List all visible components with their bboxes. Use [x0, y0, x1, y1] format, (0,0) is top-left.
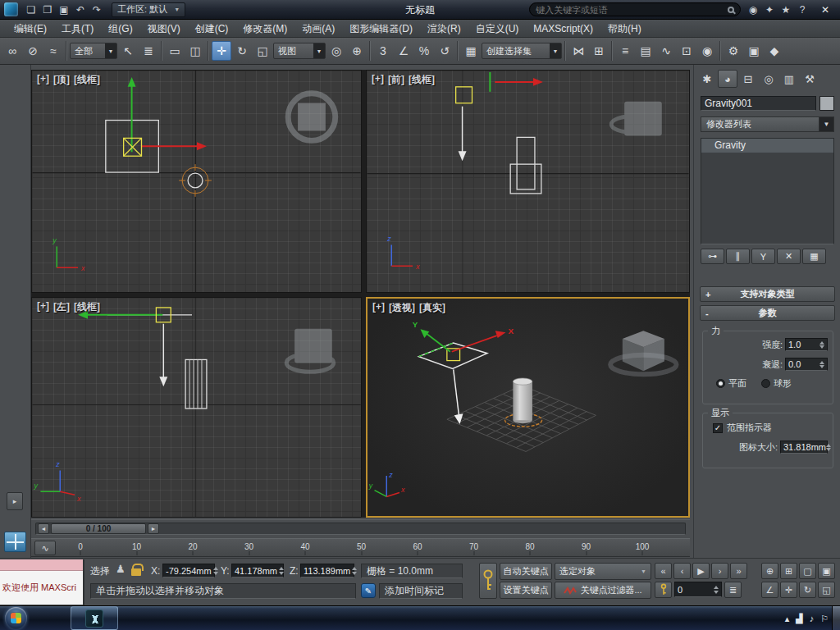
time-tag-icon[interactable]: ✎ [361, 583, 376, 598]
auto-key-button[interactable]: 自动关键点 [500, 563, 552, 580]
viewport-name-top[interactable]: [顶] [53, 73, 70, 87]
viewcube[interactable] [611, 102, 662, 136]
viewport-left[interactable]: [+] [左] [线框] [31, 297, 362, 518]
viewport-name-front[interactable]: [前] [388, 73, 404, 87]
gizmo-plane-handle[interactable] [456, 87, 472, 103]
named-selection-sets-dropdown[interactable]: 创建选择集▼ [482, 43, 562, 59]
key-filters-button[interactable]: 关键点过滤器... [555, 582, 651, 599]
timeline-ruler[interactable]: ∿ 0102030405060708090100 [31, 538, 690, 557]
rollout-expand-icon[interactable]: + [705, 290, 710, 299]
angle-snap-icon[interactable]: ∠ [394, 41, 413, 61]
ribbon-toggle-icon[interactable]: ▤ [636, 41, 655, 61]
network-icon[interactable]: ▟ [796, 614, 802, 624]
move-gizmo[interactable]: Y X [413, 320, 514, 351]
field-of-view-icon[interactable]: ∠ [761, 582, 778, 598]
next-frame-icon[interactable]: › [711, 563, 728, 579]
chevron-down-icon[interactable]: ▼ [105, 43, 116, 58]
chevron-down-icon[interactable]: ▼ [313, 43, 325, 58]
spherical-radio[interactable]: 球形 [761, 377, 792, 390]
save-file-icon[interactable]: ▣ [56, 2, 72, 17]
time-slider-prev-arrow[interactable]: ◄ [38, 523, 49, 534]
spinner-icon[interactable] [279, 567, 284, 575]
render-production-icon[interactable]: ◆ [765, 41, 784, 61]
menu-create[interactable]: 创建(C) [188, 20, 236, 38]
menu-animation[interactable]: 动画(A) [294, 20, 342, 38]
zoom-extents-all-icon[interactable]: ▣ [818, 563, 835, 579]
viewport-shading-persp[interactable]: [真实] [419, 301, 445, 315]
menu-group[interactable]: 组(G) [101, 20, 139, 38]
action-center-icon[interactable]: ⚐ [820, 614, 829, 624]
mirror-icon[interactable]: ⋈ [568, 41, 588, 61]
menu-rendering[interactable]: 渲染(R) [420, 20, 468, 38]
viewport-top-canvas[interactable]: y x [32, 71, 361, 292]
current-frame-field[interactable]: 0 [674, 582, 722, 597]
viewcube[interactable] [610, 331, 676, 374]
menu-help[interactable]: 帮助(H) [600, 20, 649, 38]
material-editor-icon[interactable]: ◉ [697, 41, 717, 61]
planar-radio[interactable]: 平面 [716, 377, 746, 390]
window-crossing-icon[interactable]: ◫ [185, 41, 205, 61]
viewport-menu-plus[interactable]: [+] [37, 300, 49, 314]
y-coord-field[interactable]: 41.178mm [231, 564, 284, 578]
snaps-toggle-icon[interactable]: 3 [373, 41, 393, 61]
selection-region-icon[interactable]: ▭ [165, 41, 185, 61]
spinner-icon[interactable] [819, 341, 824, 349]
gravity-icon-left[interactable] [159, 324, 167, 386]
chevron-down-icon[interactable]: ▼ [819, 116, 834, 132]
viewcube[interactable] [288, 94, 336, 141]
reference-coordinate-dropdown[interactable]: 视图▼ [273, 43, 326, 59]
previous-frame-icon[interactable]: ‹ [673, 563, 691, 579]
go-to-start-icon[interactable]: « [655, 563, 672, 579]
remove-modifier-icon[interactable]: ✕ [777, 249, 801, 264]
spinner-icon[interactable] [819, 361, 824, 368]
viewport-left-canvas[interactable]: z y x [32, 298, 361, 517]
viewport-menu-plus[interactable]: [+] [372, 73, 384, 87]
rollout-supports-object-type[interactable]: + 支持对象类型 [700, 286, 835, 302]
modifier-stack-list[interactable]: Gravity [701, 138, 834, 244]
motion-tab[interactable]: ◎ [759, 70, 778, 88]
spinner-icon[interactable] [826, 444, 831, 451]
favorites-star-icon[interactable]: ★ [778, 2, 794, 17]
viewport-top[interactable]: [+] [顶] [线框] [31, 70, 362, 293]
create-tab[interactable]: ✱ [697, 70, 717, 88]
menu-maxscript[interactable]: MAXScript(X) [526, 20, 600, 38]
show-end-result-icon[interactable]: ∥ [726, 249, 750, 264]
viewport-name-left[interactable]: [左] [53, 300, 70, 314]
select-and-scale-icon[interactable]: ◱ [253, 41, 272, 61]
z-coord-field[interactable]: 113.189mm [300, 564, 354, 578]
selection-filter-dropdown[interactable]: 全部▼ [70, 43, 117, 59]
zoom-all-icon[interactable]: ⊞ [780, 563, 797, 579]
set-key-toggle-button[interactable] [479, 563, 497, 599]
show-desktop-button[interactable] [832, 606, 840, 630]
select-and-rotate-icon[interactable]: ↻ [232, 41, 252, 61]
layout-flyout-button[interactable]: ▸ [7, 492, 23, 510]
viewport-persp-canvas[interactable]: Y X z y x [368, 299, 688, 516]
display-tab[interactable]: ▥ [779, 70, 799, 88]
select-object-icon[interactable]: ↖ [118, 41, 138, 61]
play-icon[interactable]: ▶ [692, 563, 710, 579]
viewport-shading-top[interactable]: [线框] [74, 73, 100, 87]
key-mode-toggle[interactable] [655, 582, 672, 598]
object-color-swatch[interactable] [819, 96, 834, 111]
chevron-down-icon[interactable]: ▼ [550, 43, 561, 58]
bind-to-space-warp-icon[interactable]: ≈ [43, 41, 63, 61]
render-setup-icon[interactable]: ⚙ [724, 41, 743, 61]
search-input[interactable] [536, 5, 724, 15]
menu-edit[interactable]: 编辑(E) [7, 20, 54, 38]
add-time-tag[interactable]: 添加时间标记 [379, 583, 463, 599]
viewport-layout-preset-button[interactable] [4, 532, 26, 552]
open-file-icon[interactable]: ❐ [39, 2, 56, 17]
gravity-space-warp[interactable] [419, 343, 487, 424]
workspace-dropdown[interactable]: 工作区: 默认 ▼ [112, 2, 185, 17]
select-and-move-icon[interactable]: ✛ [212, 41, 231, 61]
selected-filter-dropdown[interactable]: 选定对象 ▼ [555, 563, 651, 580]
isolate-selection-icon[interactable]: ♟ [116, 563, 126, 575]
menu-tools[interactable]: 工具(T) [54, 20, 101, 38]
time-slider-track[interactable]: ◄ 0 / 100 ► [35, 523, 686, 535]
rollout-collapse-icon[interactable]: - [705, 308, 709, 318]
redo-icon[interactable]: ↷ [89, 2, 105, 17]
modifier-list-dropdown[interactable]: 修改器列表 ▼ [701, 116, 834, 132]
configure-modifier-sets-icon[interactable]: ▦ [802, 249, 826, 264]
zoom-icon[interactable]: ⊕ [761, 563, 778, 579]
maxscript-mini-listener[interactable]: 欢迎使用 MAXScri [0, 559, 84, 605]
